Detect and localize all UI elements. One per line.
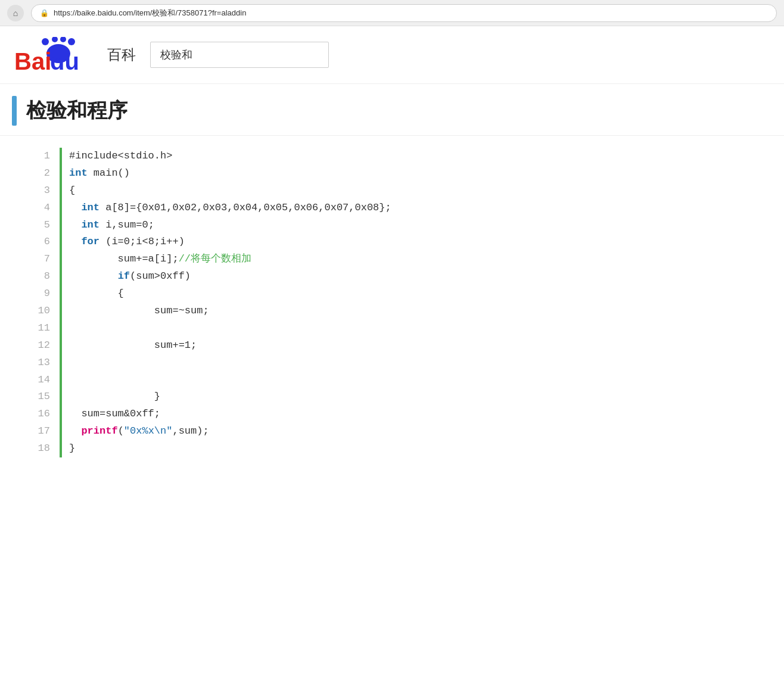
code-line-10: sum=~sum; [69, 303, 760, 320]
code-text-6: (i=0;i<8;i++) [99, 233, 185, 251]
keyword-int-4: int [81, 200, 99, 217]
svg-point-2 [60, 37, 66, 42]
line-num-14: 14 [36, 372, 50, 389]
url-text: https://baike.baidu.com/item/校验和/7358071… [54, 8, 246, 18]
code-text-4: a[8]={0x01,0x02,0x03,0x04,0x05,0x06,0x07… [99, 200, 391, 217]
line-num-7: 7 [36, 251, 50, 268]
line-num-12: 12 [36, 337, 50, 354]
keyword-for-6: for [81, 233, 99, 251]
line-num-2: 2 [36, 165, 50, 182]
code-line-13 [69, 354, 760, 372]
code-line-15: } [69, 388, 760, 406]
code-line-14 [69, 372, 760, 389]
line-numbers: 1 2 3 4 5 6 7 8 9 10 11 12 13 14 15 16 1… [36, 148, 60, 457]
code-line-4: int a[8]={0x01,0x02,0x03,0x04,0x05,0x06,… [69, 200, 760, 217]
keyword-if-8: if [118, 268, 130, 285]
nav-icons: ⌂ [7, 5, 24, 21]
code-lines: #include<stdio.h> int main() { int a[8]=… [69, 148, 760, 457]
svg-point-0 [42, 38, 49, 45]
line-num-9: 9 [36, 285, 50, 303]
svg-point-1 [52, 37, 58, 42]
baidu-logo-svg: Bai du [14, 37, 110, 73]
code-line-12: sum+=1; [69, 337, 760, 354]
code-text-9: { [69, 285, 124, 303]
code-line-2: int main() [69, 165, 760, 182]
line-num-11: 11 [36, 320, 50, 337]
baike-label: 百科 [107, 45, 136, 64]
code-text-16: sum=sum&0xff; [69, 406, 160, 423]
code-text-18: } [69, 440, 75, 457]
comment-7: //将每个数相加 [179, 251, 251, 268]
code-indent-5 [69, 217, 81, 234]
search-input[interactable] [150, 42, 329, 68]
svg-point-3 [68, 38, 75, 45]
home-button[interactable]: ⌂ [7, 5, 24, 21]
line-num-10: 10 [36, 303, 50, 320]
code-block: 1 2 3 4 5 6 7 8 9 10 11 12 13 14 15 16 1… [36, 148, 760, 457]
code-line-7: sum+=a[i]; //将每个数相加 [69, 251, 760, 268]
code-text-10: sum=~sum; [69, 303, 209, 320]
code-line-5: int i,sum=0; [69, 217, 760, 234]
green-bar [60, 148, 62, 457]
code-line-18: } [69, 440, 760, 457]
keyword-int-2: int [69, 165, 88, 182]
line-num-8: 8 [36, 268, 50, 285]
code-text-5: i,sum=0; [99, 217, 154, 234]
code-text-13 [69, 354, 75, 372]
code-indent-6 [69, 233, 81, 251]
string-17: "0x%x\n" [124, 423, 173, 440]
section-heading: 检验和程序 [0, 84, 784, 136]
line-num-17: 17 [36, 423, 50, 440]
code-indent-17 [69, 423, 81, 440]
line-num-6: 6 [36, 233, 50, 251]
line-num-4: 4 [36, 200, 50, 217]
code-line-8: if (sum>0xff) [69, 268, 760, 285]
browser-chrome: ⌂ 🔒 https://baike.baidu.com/item/校验和/735… [0, 0, 784, 26]
keyword-printf-17: printf [81, 423, 117, 440]
code-text-17a: ( [118, 423, 124, 440]
address-bar[interactable]: 🔒 https://baike.baidu.com/item/校验和/73580… [31, 4, 777, 22]
code-text-8: (sum>0xff) [130, 268, 191, 285]
code-text-2: main() [88, 165, 130, 182]
code-line-16: sum=sum&0xff; [69, 406, 760, 423]
section-title: 检验和程序 [26, 97, 127, 124]
svg-text:Bai: Bai [14, 48, 51, 73]
code-text-11 [69, 320, 75, 337]
code-text-17b: ,sum); [172, 423, 209, 440]
code-indent-4 [69, 200, 81, 217]
svg-text:du: du [50, 48, 79, 73]
code-text-7: sum+=a[i]; [69, 251, 179, 268]
code-line-17: printf ( "0x%x\n" ,sum); [69, 423, 760, 440]
line-num-13: 13 [36, 354, 50, 372]
line-num-18: 18 [36, 440, 50, 457]
code-line-1: #include<stdio.h> [69, 148, 760, 165]
line-num-1: 1 [36, 148, 50, 165]
keyword-int-5: int [81, 217, 99, 234]
line-num-16: 16 [36, 406, 50, 423]
code-text-15: } [69, 388, 160, 406]
code-indent-8 [69, 268, 118, 285]
code-text-3: { [69, 182, 75, 200]
line-num-15: 15 [36, 388, 50, 406]
code-line-6: for (i=0;i<8;i++) [69, 233, 760, 251]
page-content: Bai du 百科 检验和程序 1 2 3 4 5 6 7 8 9 [0, 26, 784, 481]
code-text-12: sum+=1; [69, 337, 197, 354]
code-text-1: #include<stdio.h> [69, 148, 172, 165]
line-num-5: 5 [36, 217, 50, 234]
baidu-header: Bai du 百科 [0, 26, 784, 84]
heading-accent-bar [12, 96, 17, 126]
code-line-9: { [69, 285, 760, 303]
lock-icon: 🔒 [40, 9, 49, 17]
baidu-logo: Bai du 百科 [14, 37, 136, 73]
code-text-14 [69, 372, 75, 389]
code-section: 1 2 3 4 5 6 7 8 9 10 11 12 13 14 15 16 1… [0, 136, 784, 481]
code-line-11 [69, 320, 760, 337]
line-num-3: 3 [36, 182, 50, 200]
code-line-3: { [69, 182, 760, 200]
